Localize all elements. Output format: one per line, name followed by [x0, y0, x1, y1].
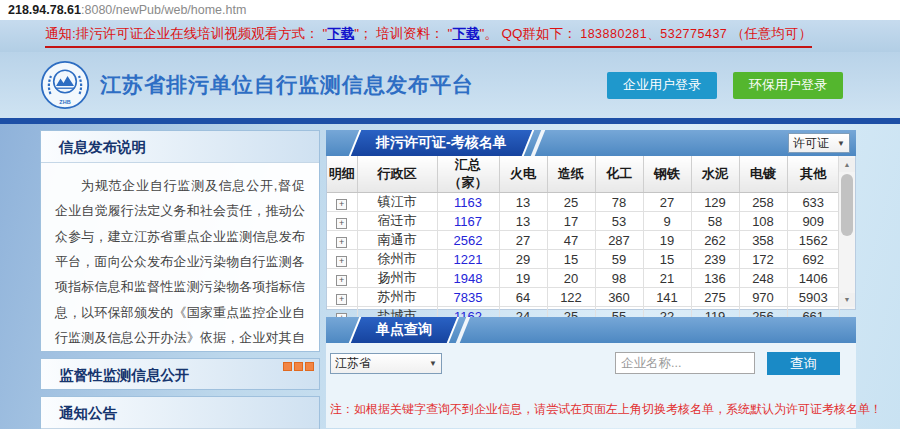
count-cell: 59	[595, 250, 643, 269]
assessment-type-select[interactable]: 许可证 ▼	[788, 133, 850, 153]
count-cell: 20	[547, 269, 595, 288]
col-header: 火电	[499, 156, 547, 193]
count-cell: 98	[595, 269, 643, 288]
count-cell: 129	[691, 193, 739, 212]
count-cell: 13	[499, 212, 547, 231]
count-cell: 1406	[787, 269, 840, 288]
assessment-tab: 排污许可证-考核名单	[349, 130, 534, 156]
count-cell: 15	[643, 250, 691, 269]
page-title: 江苏省排污单位自行监测信息发布平台	[100, 71, 474, 99]
enterprise-login-button[interactable]: 企业用户登录	[607, 72, 717, 99]
count-cell: 909	[787, 212, 840, 231]
col-header: 行政区	[357, 156, 437, 193]
count-cell: 633	[787, 193, 840, 212]
site-header: ZHB 江苏省排污单位自行监测信息发布平台 企业用户登录 环保用户登录	[0, 52, 900, 118]
url-path: :8080/newPub/web/home.htm	[81, 3, 246, 17]
total-count-link[interactable]: 2562	[454, 233, 483, 248]
assessment-table-body: +镇江市116313257827129258633+宿迁市11671317539…	[327, 193, 840, 326]
count-cell: 53	[595, 212, 643, 231]
supervisory-monitoring-panel[interactable]: 监督性监测信息公开	[40, 358, 320, 390]
count-cell: 287	[595, 231, 643, 250]
region-cell: 镇江市	[357, 193, 437, 212]
count-cell: 27	[499, 231, 547, 250]
expand-row-icon[interactable]: +	[336, 218, 347, 229]
total-count-link[interactable]: 1163	[454, 195, 482, 210]
assessment-table-container: 明细 行政区 汇总（家） 火电 造纸 化工 钢铁 水泥 电镀 其他 +镇江市11	[326, 156, 856, 310]
total-count-link[interactable]: 1167	[454, 214, 482, 229]
assessment-panel: 排污许可证-考核名单 许可证 ▼ 明细 行政区	[326, 130, 856, 310]
table-header-row: 明细 行政区 汇总（家） 火电 造纸 化工 钢铁 水泥 电镀 其他	[327, 156, 840, 193]
col-header: 电镀	[739, 156, 787, 193]
total-count-link[interactable]: 1948	[454, 271, 483, 286]
download-link-video[interactable]: 下载	[327, 26, 354, 41]
count-cell: 122	[547, 288, 595, 307]
region-select[interactable]: 江苏省 ▼	[330, 353, 442, 374]
region-cell: 徐州市	[357, 250, 437, 269]
expand-row-icon[interactable]: +	[336, 275, 347, 286]
count-cell: 29	[499, 250, 547, 269]
region-select-value: 江苏省	[335, 355, 371, 372]
count-cell: 13	[499, 193, 547, 212]
env-user-login-button[interactable]: 环保用户登录	[733, 72, 843, 99]
count-cell: 141	[643, 288, 691, 307]
region-cell: 南通市	[357, 231, 437, 250]
query-note: 注：如根据关键字查询不到企业信息，请尝试在页面左上角切换考核名单，系统默认为许可…	[330, 401, 882, 418]
count-cell: 136	[691, 269, 739, 288]
assessment-table: 明细 行政区 汇总（家） 火电 造纸 化工 钢铁 水泥 电镀 其他 +镇江市11	[327, 156, 840, 326]
assessment-panel-bar: 排污许可证-考核名单 许可证 ▼	[326, 130, 856, 156]
notice-seg3: "。 QQ群如下：	[479, 26, 580, 41]
info-release-panel: 信息发布说明 为规范企业自行监测及信息公开,督促企业自觉履行法定义务和社会责任，…	[40, 130, 320, 352]
scroll-up-icon[interactable]: ▲	[839, 158, 855, 172]
expand-row-icon[interactable]: +	[336, 237, 347, 248]
count-cell: 19	[643, 231, 691, 250]
main-content: 排污许可证-考核名单 许可证 ▼ 明细 行政区	[326, 130, 856, 428]
table-row: +徐州市122129155915239172692	[327, 250, 840, 269]
search-button[interactable]: 查询	[767, 352, 840, 375]
svg-text:ZHB: ZHB	[59, 99, 70, 105]
notice-seg2: "； 培训资料： "	[354, 26, 452, 41]
query-form: 江苏省 ▼ 查询 注：如根据关键字查询不到企业信息，请尝试在页面左上角切换考核名…	[326, 343, 856, 428]
info-release-description: 为规范企业自行监测及信息公开,督促企业自觉履行法定义务和社会责任，推动公众参与，…	[41, 163, 319, 352]
count-cell: 19	[499, 269, 547, 288]
supervisory-monitoring-title[interactable]: 监督性监测信息公开	[41, 359, 319, 390]
expand-row-icon[interactable]: +	[336, 199, 347, 210]
count-cell: 172	[739, 250, 787, 269]
company-name-input[interactable]	[615, 352, 755, 374]
sidebar: 信息发布说明 为规范企业自行监测及信息公开,督促企业自觉履行法定义务和社会责任，…	[40, 130, 320, 429]
expand-row-icon[interactable]: +	[336, 294, 347, 305]
table-row: +宿迁市1167131753958108909	[327, 212, 840, 231]
table-scrollbar[interactable]: ▲ ▼	[838, 156, 855, 309]
region-cell: 宿迁市	[357, 212, 437, 231]
col-header: 汇总（家）	[437, 156, 499, 193]
expand-row-icon[interactable]: +	[336, 256, 347, 267]
count-cell: 360	[595, 288, 643, 307]
notice-text: 通知:排污许可证企业在线培训视频观看方式： "下载"； 培训资料： "下载"。 …	[45, 25, 812, 48]
count-cell: 25	[547, 193, 595, 212]
total-count-link[interactable]: 1221	[454, 252, 483, 267]
total-count-link[interactable]: 7835	[454, 290, 483, 305]
scroll-down-icon[interactable]: ▼	[839, 293, 855, 307]
download-link-material[interactable]: 下载	[452, 26, 479, 41]
count-cell: 78	[595, 193, 643, 212]
notice-announcement-title[interactable]: 通知公告	[41, 397, 319, 429]
notice-announcement-panel[interactable]: 通知公告	[40, 396, 320, 429]
notice-seg4: （任意均可）	[727, 26, 812, 41]
tab-stripe	[456, 317, 471, 343]
query-tab: 单点查询	[349, 317, 460, 343]
count-cell: 248	[739, 269, 787, 288]
table-row: +南通市25622747287192623581562	[327, 231, 840, 250]
table-row: +扬州市1948192098211362481406	[327, 269, 840, 288]
count-cell: 17	[547, 212, 595, 231]
single-query-panel: 单点查询 江苏省 ▼ 查询 注：如根据关键字查询不到企业信息，请尝试在页面左上角…	[326, 317, 856, 428]
count-cell: 262	[691, 231, 739, 250]
mini-badge-icons	[283, 362, 314, 371]
notice-seg1: 通知:排污许可证企业在线培训视频观看方式： "	[45, 26, 327, 41]
count-cell: 692	[787, 250, 840, 269]
col-header: 造纸	[547, 156, 595, 193]
qq-group-numbers: 183880281、532775437	[580, 27, 727, 41]
scrollbar-thumb[interactable]	[841, 174, 853, 236]
count-cell: 9	[643, 212, 691, 231]
page-body: 信息发布说明 为规范企业自行监测及信息公开,督促企业自觉履行法定义务和社会责任，…	[0, 124, 900, 429]
browser-address-bar[interactable]: 218.94.78.61:8080/newPub/web/home.htm	[0, 0, 900, 20]
col-header: 化工	[595, 156, 643, 193]
